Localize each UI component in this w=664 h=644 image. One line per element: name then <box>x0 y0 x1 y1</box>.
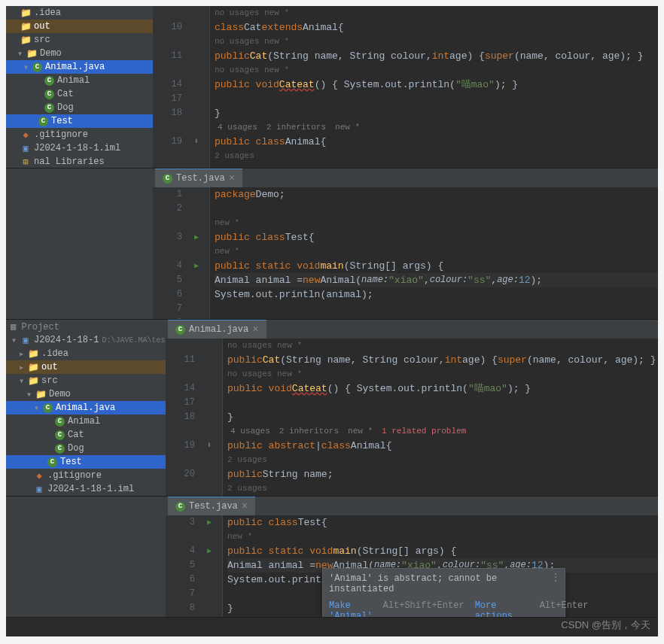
tree-item[interactable]: ▣ J2024-1-18-1.iml <box>6 482 166 496</box>
code-area[interactable]: no usages new *class Cat extends Animal{… <box>210 6 658 168</box>
close-tab-icon[interactable]: × <box>252 324 258 336</box>
tree-item[interactable]: C Cat <box>6 87 153 101</box>
line-number <box>166 424 201 439</box>
tree-item[interactable]: C Dog <box>6 442 166 455</box>
tree-item-label: .gitignore <box>34 129 88 140</box>
inlay-hints[interactable]: 4 usages2 inheritorsnew * <box>215 120 658 135</box>
tree-item-label: Demo <box>49 389 71 399</box>
tree-item[interactable]: C Dog <box>6 101 153 114</box>
tree-toggle-icon[interactable]: ▾ <box>23 62 29 73</box>
tree-toggle-icon[interactable]: ▾ <box>18 375 25 387</box>
tree-toggle-icon[interactable]: ▸ <box>18 362 25 373</box>
code-line[interactable] <box>215 302 658 316</box>
tree-item[interactable]: C Test <box>6 114 153 128</box>
line-number: 14 <box>166 381 201 396</box>
tree-item[interactable]: ▾📁 src <box>6 374 166 387</box>
tree-item[interactable]: C Test <box>6 455 166 469</box>
code-line[interactable]: public Cat(String name, String colour, i… <box>227 353 658 367</box>
tree-item[interactable]: ▸📁 out <box>6 360 166 374</box>
tree-item-label: Demo <box>40 48 62 59</box>
gutter: 101114171819⬇ <box>153 6 196 168</box>
tree-item-label: .idea <box>34 8 61 18</box>
popup-menu-icon[interactable]: ⋮ <box>551 572 560 583</box>
code-line[interactable]: public void Cateat() { System.out.printl… <box>215 77 658 92</box>
folder-icon: 📁 <box>28 348 38 359</box>
tree-item[interactable]: ▾C Animal.java <box>6 401 166 415</box>
folder-icon: 📁 <box>20 8 31 18</box>
run-gutter-icon[interactable]: ▶ <box>194 230 199 245</box>
override-gutter-icon[interactable]: ⬇ <box>206 439 212 453</box>
code-line[interactable]: public class Test { <box>227 515 658 530</box>
inlay-hints[interactable]: 4 usages2 inheritorsnew *1 related probl… <box>227 424 658 439</box>
project-tree[interactable]: 📁 .idea 📁 out 📁 src ▾📁 Demo ▾C Animal.ja… <box>6 6 153 168</box>
tree-item[interactable]: ▾C Animal.java <box>6 60 153 74</box>
tree-item[interactable]: ▾📁 Demo <box>6 387 166 401</box>
run-gutter-icon[interactable]: ▶ <box>207 544 212 558</box>
editor-tab[interactable]: C Test.java × <box>168 497 255 515</box>
override-gutter-icon[interactable]: ⬇ <box>193 135 199 149</box>
code-line[interactable] <box>227 396 658 410</box>
code-line[interactable]: public abstract |class Animal { <box>227 439 658 453</box>
code-line[interactable]: Animal animal = new Animal( name: "xiao"… <box>215 273 658 287</box>
close-tab-icon[interactable]: × <box>242 500 248 512</box>
tree-item[interactable]: ▾📁 Demo <box>6 47 153 60</box>
project-tool-header[interactable]: ▦ Project <box>6 320 166 333</box>
tree-item-label: J2024-1-18-1 <box>34 335 99 345</box>
error-popup[interactable]: ⋮ 'Animal' is abstract; cannot be instan… <box>322 568 565 618</box>
line-number: 20 <box>166 467 201 481</box>
close-tab-icon[interactable]: × <box>229 172 235 184</box>
code-line[interactable]: public static void main(String[] args) { <box>215 259 658 273</box>
code-area[interactable]: package Demo;new *public class Test { ne… <box>210 187 658 319</box>
tree-toggle-icon[interactable]: ▸ <box>18 348 25 360</box>
tree-item[interactable]: C Cat <box>6 428 166 442</box>
shortcut-hint: Alt+Shift+Enter <box>383 600 464 618</box>
tree-item-label: J2024-1-18-1.iml <box>47 484 134 494</box>
editor-tabs: C Test.java × <box>166 497 658 515</box>
code-line[interactable]: } <box>215 106 658 120</box>
more-actions[interactable]: More actions... <box>475 600 529 618</box>
tree-item-label: Cat <box>68 430 84 440</box>
code-line[interactable]: System.out.println(animal); <box>215 287 658 302</box>
tree-item[interactable]: ▾▣ J2024-1-18-1 D:\JAVE.MA\test_java\J20… <box>6 333 166 347</box>
editor-tab[interactable]: C Test.java × <box>155 169 242 187</box>
tree-item-label: src <box>34 35 50 45</box>
code-line[interactable]: class Cat extends Animal{ <box>215 20 658 35</box>
tree-toggle-icon[interactable]: ▾ <box>11 335 17 346</box>
tree-item[interactable]: 📁 src <box>6 33 153 47</box>
code-area[interactable]: no usages new * public Cat(String name, … <box>223 339 658 496</box>
line-number <box>153 120 188 135</box>
code-line[interactable]: public void Cateat() { System.out.printl… <box>227 381 658 396</box>
tree-item[interactable]: ▸📁 .idea <box>6 347 166 360</box>
code-line[interactable]: public Cat(String name, String colour, i… <box>215 49 658 63</box>
tree-toggle-icon[interactable]: ▾ <box>33 402 40 414</box>
line-number: 17 <box>153 92 188 106</box>
tree-item[interactable]: ▣ J2024-1-18-1.iml <box>6 141 153 155</box>
tree-item[interactable]: ◆ .gitignore <box>6 469 166 482</box>
tree-item[interactable]: ⊞ nal Libraries <box>6 155 153 168</box>
project-tree[interactable]: ▦ Project ▾▣ J2024-1-18-1 D:\JAVE.MA\tes… <box>6 320 166 496</box>
code-line[interactable]: } <box>215 316 658 319</box>
tree-item[interactable]: ◆ .gitignore <box>6 128 153 141</box>
run-gutter-icon[interactable]: ▶ <box>194 259 199 273</box>
tree-item[interactable]: C Animal <box>6 415 166 428</box>
line-number: 4▶ <box>166 544 201 558</box>
code-line[interactable] <box>215 92 658 106</box>
tree-item[interactable]: 📁 out <box>6 20 153 33</box>
gutter-marks <box>209 339 223 496</box>
quick-fix-action[interactable]: Make 'Animal' not abstract <box>329 600 373 618</box>
tree-item[interactable]: C Animal <box>6 74 153 87</box>
tree-toggle-icon[interactable]: ▾ <box>26 389 32 400</box>
editor-tab[interactable]: C Animal.java × <box>168 320 267 339</box>
gitignore-icon: ◆ <box>20 129 31 140</box>
code-line[interactable] <box>215 202 658 216</box>
folder-icon: 📁 <box>28 375 38 386</box>
tree-item[interactable]: 📁 .idea <box>6 6 153 20</box>
code-line[interactable]: public class Test { <box>215 230 658 245</box>
code-line[interactable]: public String name; <box>227 467 658 481</box>
code-line[interactable]: public class Animal { <box>215 135 658 149</box>
tree-toggle-icon[interactable]: ▾ <box>17 48 23 59</box>
run-gutter-icon[interactable]: ▶ <box>207 515 212 530</box>
code-line[interactable]: package Demo; <box>215 187 658 202</box>
code-line[interactable]: } <box>227 410 658 424</box>
code-line[interactable]: public static void main(String[] args) { <box>227 544 658 558</box>
